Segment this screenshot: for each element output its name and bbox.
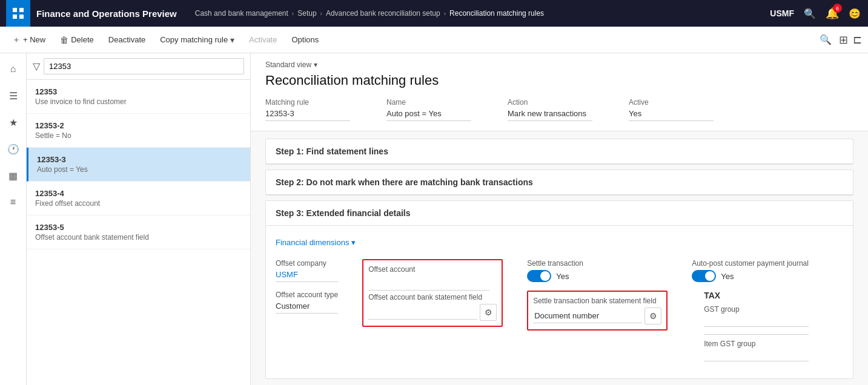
auto-post-toggle[interactable]: [692, 270, 716, 282]
sidebar-icon-favorites[interactable]: ★: [2, 111, 24, 133]
list-item[interactable]: 12353-4 Fixed offset account: [27, 182, 250, 216]
step2-header[interactable]: Step 2: Do not mark when there are match…: [266, 170, 853, 195]
sidebar-icon-modules[interactable]: ≡: [2, 191, 24, 213]
item-gst-group-label: Item GST group: [704, 340, 809, 348]
item-subtitle: Settle = No: [35, 131, 242, 140]
step3-fields-layout: Offset company USMF Offset account type …: [276, 259, 843, 369]
settle-transaction-bank-highlighted-box: Settle transaction bank statement field …: [527, 291, 668, 331]
deactivate-button[interactable]: Deactivate: [102, 31, 151, 48]
detail-header: Standard view ▾ Reconciliation matching …: [251, 53, 868, 131]
offset-account-bank-gear-button[interactable]: ⚙: [480, 304, 497, 321]
item-title: 12353-2: [35, 121, 242, 130]
options-button[interactable]: Options: [285, 31, 325, 48]
main-layout: ⌂ ☰ ★ 🕐 ▦ ≡ ▽ 12353 Use invoice to find …: [0, 53, 868, 385]
list-item-selected[interactable]: 12353-3 Auto post = Yes: [27, 148, 250, 182]
new-button[interactable]: ＋ + New: [6, 31, 51, 49]
step3-header[interactable]: Step 3: Extended financial details: [266, 201, 853, 226]
app-grid-icon[interactable]: [6, 0, 30, 27]
settle-transaction-toggle-row: Yes: [527, 270, 668, 282]
item-title: 12353-3: [37, 155, 242, 164]
search-icon[interactable]: 🔍: [803, 6, 817, 21]
item-gst-group-field: Item GST group: [704, 340, 809, 361]
svg-rect-2: [13, 15, 17, 19]
toggle-knob: [540, 271, 550, 281]
step3-section: Step 3: Extended financial details Finan…: [265, 200, 853, 379]
sidebar-icon-workspaces[interactable]: ▦: [2, 165, 24, 186]
list-item[interactable]: 12353-2 Settle = No: [27, 114, 250, 148]
step1-section: Step 1: Find statement lines: [265, 139, 853, 165]
notification-count: 6: [833, 4, 842, 13]
search-input[interactable]: [44, 58, 244, 74]
financial-dimensions-button[interactable]: Financial dimensions ▾: [276, 235, 356, 249]
action-label: Action: [508, 98, 592, 107]
offset-account-input[interactable]: [368, 276, 489, 291]
action-value[interactable]: Mark new transactions: [508, 109, 592, 121]
copy-matching-rule-button[interactable]: Copy matching rule ▾: [154, 31, 240, 48]
filter-icon[interactable]: ▽: [33, 61, 40, 72]
tax-section: TAX GST group Item GST group: [704, 291, 809, 369]
col-autopost-tax: Auto-post customer payment journal Yes T…: [692, 259, 809, 369]
col-offset-company: Offset company USMF Offset account type …: [276, 259, 338, 314]
offset-account-bank-input-row: ⚙: [368, 304, 497, 321]
offset-account-bank-input[interactable]: [368, 305, 477, 320]
sidebar-icon-home[interactable]: ⌂: [2, 58, 24, 80]
layout-icon[interactable]: ⊞: [839, 33, 848, 47]
item-title: 12353-5: [35, 223, 242, 232]
col-settle-transaction: Settle transaction Yes Settle transactio…: [527, 259, 668, 331]
settle-transaction-bank-input[interactable]: [533, 309, 642, 323]
list-panel: ▽ 12353 Use invoice to find customer 123…: [27, 53, 251, 385]
settle-transaction-toggle[interactable]: [527, 270, 551, 282]
offset-account-bank-label: Offset account bank statement field: [368, 293, 497, 301]
auto-post-label: Auto-post customer payment journal: [692, 259, 809, 268]
notification-icon[interactable]: 🔔 6: [826, 7, 839, 20]
item-subtitle: Use invoice to find customer: [35, 97, 242, 106]
action-field: Action Mark new transactions: [508, 98, 592, 121]
offset-account-type-label: Offset account type: [276, 291, 338, 299]
command-search-icon[interactable]: 🔍: [820, 34, 832, 45]
dropdown-icon: ▾: [230, 35, 234, 45]
item-gst-group-value[interactable]: [704, 349, 809, 361]
step1-header[interactable]: Step 1: Find statement lines: [266, 139, 853, 164]
auto-post-toggle-row: Yes: [692, 270, 809, 282]
offset-company-value[interactable]: USMF: [276, 270, 338, 282]
matching-rule-value[interactable]: 12353-3: [265, 109, 350, 121]
collapse-icon[interactable]: ⊏: [853, 33, 862, 47]
auto-post-field: Auto-post customer payment journal Yes: [692, 259, 809, 282]
list-item[interactable]: 12353-5 Offset account bank statement fi…: [27, 216, 250, 249]
settle-transaction-value: Yes: [556, 272, 569, 281]
gst-group-value[interactable]: [704, 315, 809, 327]
sidebar-icon-recent[interactable]: 🕐: [2, 138, 24, 160]
name-value[interactable]: Auto post = Yes: [386, 109, 471, 121]
toggle-knob: [705, 271, 715, 281]
active-field: Active Yes: [629, 98, 714, 121]
breadcrumb-advanced[interactable]: Advanced bank reconciliation setup: [326, 9, 440, 18]
delete-icon: 🗑: [60, 35, 68, 45]
user-avatar-icon[interactable]: 😊: [847, 6, 862, 21]
view-selector[interactable]: Standard view ▾: [265, 61, 853, 69]
list-item[interactable]: 12353 Use invoice to find customer: [27, 80, 250, 114]
settle-transaction-bank-label: Settle transaction bank statement field: [533, 297, 661, 305]
offset-account-type-value[interactable]: Customer: [276, 301, 338, 314]
settle-transaction-bank-gear-button[interactable]: ⚙: [644, 308, 661, 324]
item-subtitle: Auto post = Yes: [37, 165, 242, 174]
svg-rect-0: [13, 8, 17, 12]
gst-group-field: GST group: [704, 305, 809, 327]
breadcrumb-setup[interactable]: Setup: [297, 9, 316, 18]
activate-button[interactable]: Activate: [243, 31, 283, 48]
offset-company-label: Offset company: [276, 259, 338, 268]
item-subtitle: Offset account bank statement field: [35, 233, 242, 242]
user-label: USMF: [770, 8, 794, 18]
chevron-icon: ›: [444, 10, 446, 17]
breadcrumb-cash[interactable]: Cash and bank management: [195, 9, 288, 18]
settle-transaction-bank-input-row: ⚙: [533, 308, 661, 324]
gst-group-label: GST group: [704, 305, 809, 314]
command-bar: ＋ + New 🗑 Delete Deactivate Copy matchin…: [0, 27, 868, 53]
name-field: Name Auto post = Yes: [386, 98, 471, 121]
detail-panel: Standard view ▾ Reconciliation matching …: [251, 53, 868, 385]
delete-button[interactable]: 🗑 Delete: [54, 31, 100, 48]
active-value[interactable]: Yes: [629, 109, 714, 121]
list-search-bar: ▽: [27, 53, 250, 80]
settle-transaction-field: Settle transaction Yes: [527, 259, 668, 282]
sidebar-icons: ⌂ ☰ ★ 🕐 ▦ ≡: [0, 53, 27, 385]
sidebar-icon-filter[interactable]: ☰: [2, 85, 24, 107]
